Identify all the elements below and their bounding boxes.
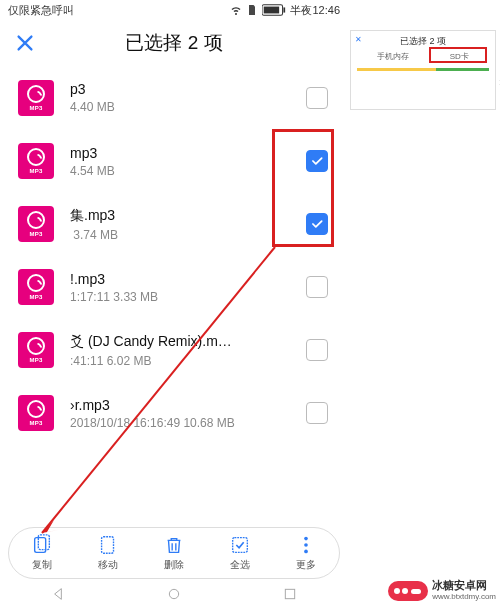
svg-rect-5: [102, 537, 114, 554]
thumb-storage-bar: [357, 68, 489, 71]
wifi-icon: [230, 4, 242, 16]
annotation-thumb-highlight: [429, 47, 487, 63]
checkbox[interactable]: [306, 150, 328, 172]
svg-point-8: [304, 543, 308, 547]
copy-button[interactable]: 复制: [9, 528, 75, 578]
check-icon: [310, 154, 324, 168]
svg-point-10: [169, 589, 178, 598]
file-info: ›r.mp32018/10/18 16:16:49 10.68 MB: [70, 397, 306, 430]
checkbox[interactable]: [306, 213, 328, 235]
mp3-badge-icon: MP3: [18, 395, 54, 431]
back-icon[interactable]: [50, 586, 66, 602]
more-icon: [295, 534, 317, 556]
delete-label: 删除: [164, 558, 184, 572]
floating-thumbnail: ✕ 已选择 2 项 手机内存 SD卡 ›: [350, 30, 496, 110]
check-icon: [310, 217, 324, 231]
svg-point-7: [304, 537, 308, 541]
copy-icon: [31, 534, 53, 556]
file-info: 集.mp3‎ 3.74 MB: [70, 207, 306, 242]
move-label: 移动: [98, 558, 118, 572]
svg-rect-14: [411, 589, 421, 594]
thumb-close-icon: ✕: [355, 35, 362, 44]
title-bar: 已选择 2 项: [0, 20, 348, 66]
svg-point-9: [304, 550, 308, 554]
delete-button[interactable]: 删除: [141, 528, 207, 578]
toolbar-pill: 复制 移动 删除 全选 更多: [8, 527, 340, 579]
list-item[interactable]: MP3›r.mp32018/10/18 16:16:49 10.68 MB: [0, 381, 348, 444]
selectall-label: 全选: [230, 558, 250, 572]
file-info: !.mp31:17:11 3.33 MB: [70, 271, 306, 304]
checkbox[interactable]: [306, 276, 328, 298]
file-name: ›r.mp3: [70, 397, 306, 413]
file-name: !.mp3: [70, 271, 306, 287]
more-button[interactable]: 更多: [273, 528, 339, 578]
svg-rect-11: [285, 589, 294, 598]
svg-rect-1: [264, 7, 279, 14]
more-label: 更多: [296, 558, 316, 572]
list-item[interactable]: MP3爻 (DJ Candy Remix).m…:41:11 6.02 MB: [0, 318, 348, 381]
file-name: 爻 (DJ Candy Remix).m…: [70, 333, 306, 351]
watermark-url: www.btxtdmy.com: [432, 591, 496, 603]
list-item[interactable]: MP3集.mp3‎ 3.74 MB: [0, 192, 348, 255]
toolbar: 复制 移动 删除 全选 更多: [8, 527, 340, 579]
trash-icon: [163, 534, 185, 556]
checkbox[interactable]: [306, 339, 328, 361]
status-time: 半夜12:46: [290, 3, 340, 18]
file-info: 爻 (DJ Candy Remix).m…:41:11 6.02 MB: [70, 333, 306, 368]
mp3-badge-icon: MP3: [18, 80, 54, 116]
file-name: 集.mp3: [70, 207, 306, 225]
status-bar: 仅限紧急呼叫 半夜12:46: [0, 0, 348, 20]
move-icon: [97, 534, 119, 556]
file-meta: ‎ 3.74 MB: [70, 228, 306, 242]
selectall-icon: [229, 534, 251, 556]
selectall-button[interactable]: 全选: [207, 528, 273, 578]
watermark-logo: [388, 581, 428, 601]
watermark: 冰糖安卓网 www.btxtdmy.com: [388, 579, 496, 603]
list-item[interactable]: MP3mp34.54 MB: [0, 129, 348, 192]
phone-screen: 仅限紧急呼叫 半夜12:46 已选择 2 项 MP3p34.40 MBMP3mp…: [0, 0, 348, 607]
thumb-col1: 手机内存: [377, 51, 409, 62]
mp3-badge-icon: MP3: [18, 143, 54, 179]
android-navbar: [0, 581, 348, 607]
file-meta: 1:17:11 3.33 MB: [70, 290, 306, 304]
file-info: mp34.54 MB: [70, 145, 306, 178]
battery-icon: [262, 4, 286, 16]
file-meta: :41:11 6.02 MB: [70, 354, 306, 368]
file-name: p3: [70, 81, 306, 97]
status-right: 半夜12:46: [230, 3, 340, 18]
home-icon[interactable]: [166, 586, 182, 602]
copy-label: 复制: [32, 558, 52, 572]
checkbox[interactable]: [306, 87, 328, 109]
file-meta: 4.40 MB: [70, 100, 306, 114]
list-item[interactable]: MP3p34.40 MB: [0, 66, 348, 129]
secure-icon: [246, 4, 258, 16]
file-list: MP3p34.40 MBMP3mp34.54 MBMP3集.mp3‎ 3.74 …: [0, 66, 348, 444]
svg-rect-6: [233, 538, 248, 553]
gamepad-icon: [410, 585, 422, 597]
checkbox[interactable]: [306, 402, 328, 424]
watermark-text: 冰糖安卓网: [432, 579, 496, 591]
file-info: p34.40 MB: [70, 81, 306, 114]
status-text: 仅限紧急呼叫: [8, 3, 74, 18]
move-button[interactable]: 移动: [75, 528, 141, 578]
mp3-badge-icon: MP3: [18, 332, 54, 368]
file-name: mp3: [70, 145, 306, 161]
mp3-badge-icon: MP3: [18, 206, 54, 242]
recent-icon[interactable]: [282, 586, 298, 602]
svg-rect-2: [284, 7, 286, 12]
list-item[interactable]: MP3!.mp31:17:11 3.33 MB: [0, 255, 348, 318]
mp3-badge-icon: MP3: [18, 269, 54, 305]
page-title: 已选择 2 项: [0, 30, 348, 56]
file-meta: 4.54 MB: [70, 164, 306, 178]
file-meta: 2018/10/18 16:16:49 10.68 MB: [70, 416, 306, 430]
